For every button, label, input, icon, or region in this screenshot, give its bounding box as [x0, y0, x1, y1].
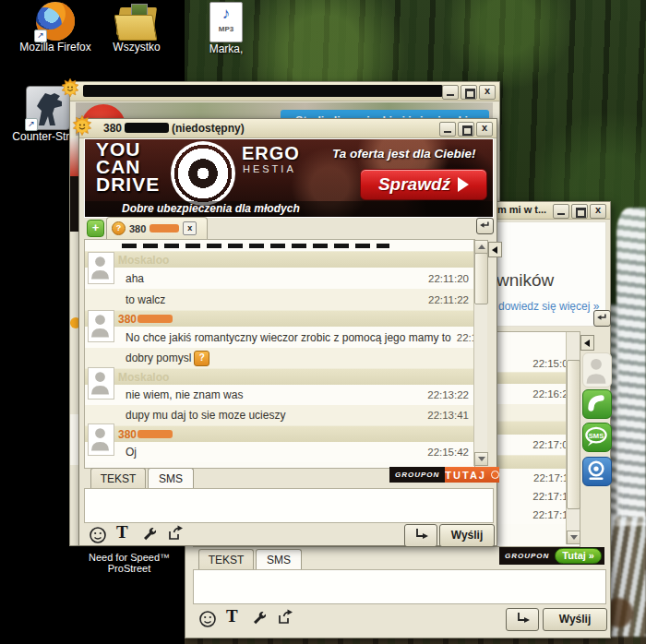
- minimize-button[interactable]: [442, 85, 459, 100]
- tools-wrench-button[interactable]: [140, 525, 159, 543]
- groupon-banner[interactable]: GROUPON TUTAJ: [389, 467, 491, 483]
- send-button[interactable]: Wyślij: [543, 608, 607, 631]
- maximize-button[interactable]: [458, 122, 474, 137]
- sender-name: Moskaloo: [118, 371, 169, 384]
- close-button[interactable]: x: [476, 122, 493, 137]
- window-front: 380(niedostępny) x YOU CAN DRIVE ERGO HE…: [78, 118, 497, 546]
- close-button[interactable]: x: [479, 85, 496, 100]
- tab-tekst[interactable]: TEKST: [198, 549, 254, 570]
- redacted-number: [125, 123, 169, 133]
- redacted-message: [122, 244, 389, 248]
- message-text: aha: [126, 272, 144, 285]
- shortcut-arrow-icon: ↗: [25, 118, 38, 131]
- desktop-icon-wszystko[interactable]: Wszystko: [100, 4, 173, 54]
- tab-sms[interactable]: SMS: [256, 549, 302, 570]
- share-export-button[interactable]: [276, 608, 294, 626]
- ad-link[interactable]: dowiedz się więcej »: [498, 300, 599, 313]
- insurer-name-2: HESTIA: [243, 163, 296, 174]
- chat-row-redacted: [85, 240, 474, 251]
- avatar: [88, 252, 114, 284]
- tab-tekst[interactable]: TEKST: [90, 468, 146, 489]
- icon-label: Need for Speed™: [74, 552, 185, 563]
- question-emoticon: ?: [194, 351, 209, 366]
- chat-row: dobry pomysl?: [85, 348, 474, 368]
- send-on-enter-button[interactable]: [404, 524, 437, 547]
- desktop-icon-nfs[interactable]: Need for Speed™ ProStreet: [74, 552, 185, 574]
- avatar: [88, 367, 114, 400]
- title-number: 380: [103, 122, 122, 135]
- emoticon-button[interactable]: [89, 526, 107, 544]
- conversation-tab[interactable]: ? 380 x: [106, 217, 208, 239]
- scrollbar-thumb[interactable]: [474, 253, 488, 304]
- webcam-icon[interactable]: [582, 457, 612, 486]
- minimize-button[interactable]: [439, 122, 456, 137]
- send-button[interactable]: Wyślij: [439, 524, 495, 547]
- chat-scrollbar[interactable]: [473, 240, 487, 466]
- timestamp: 22:13:22: [422, 389, 469, 400]
- message-text: dupy mu daj to sie moze ucieszy: [126, 409, 285, 422]
- maximize-button[interactable]: [461, 85, 477, 100]
- desktop: ↗ Mozilla Firefox Wszystko ♪ MP3 Marka, …: [0, 0, 646, 644]
- desktop-icon-marka[interactable]: ♪ MP3 Marka,: [196, 2, 257, 55]
- folder-icon: [116, 4, 157, 41]
- chat-row: No chce jakiś romantyczny wieczor zrobic…: [85, 327, 474, 348]
- message-text: No chce jakiś romantyczny wieczor zrobic…: [126, 331, 451, 344]
- scroll-up-button[interactable]: [474, 240, 488, 254]
- collapse-sidebar-button[interactable]: [580, 335, 594, 351]
- title-status: (niedostępny): [172, 122, 245, 135]
- scroll-down-button[interactable]: [474, 452, 488, 466]
- window-front-titlebar[interactable]: 380(niedostępny) x: [79, 119, 496, 138]
- tutaj-button[interactable]: Tutaj »: [555, 548, 602, 564]
- message-text: dobry pomysl: [126, 352, 191, 364]
- message-text: Oj: [126, 446, 137, 459]
- sprawdz-button[interactable]: Sprawdź: [360, 169, 487, 200]
- maximize-button[interactable]: [571, 204, 588, 219]
- chat-scrollbar[interactable]: [566, 332, 580, 544]
- format-text-button[interactable]: T: [226, 606, 245, 625]
- chat-row: aha22:11:20: [85, 268, 474, 289]
- tools-wrench-button[interactable]: [250, 609, 269, 627]
- minimize-button[interactable]: [553, 204, 569, 219]
- sms-icon[interactable]: SMS: [582, 423, 612, 452]
- arrow-right-icon: [458, 177, 469, 192]
- message-input[interactable]: [84, 488, 494, 523]
- redacted-number: [138, 315, 173, 323]
- return-icon[interactable]: [476, 218, 494, 234]
- add-conversation-button[interactable]: +: [87, 220, 104, 237]
- icon-label: Wszystko: [100, 41, 173, 54]
- emoticon-button[interactable]: [198, 610, 217, 628]
- phone-call-icon[interactable]: [582, 389, 612, 419]
- window-back-titlebar[interactable]: x: [70, 82, 499, 101]
- icon-label: Marka,: [196, 42, 257, 55]
- window-title: m mi w t...: [497, 204, 546, 215]
- chat-history[interactable]: Moskaloo aha22:11:20 to walcz22:11:22 38…: [84, 239, 475, 469]
- ad-banner-youcandrive[interactable]: YOU CAN DRIVE ERGO HESTIA Ta oferta jest…: [84, 138, 494, 218]
- timestamp: 22:11:22: [423, 294, 469, 305]
- return-icon[interactable]: [593, 310, 611, 327]
- waterfall-image: [616, 208, 646, 526]
- format-text-button[interactable]: T: [116, 522, 135, 541]
- share-export-button[interactable]: [166, 524, 185, 543]
- close-tab-icon[interactable]: x: [183, 221, 197, 235]
- timestamp: 22:15:42: [422, 447, 469, 458]
- desktop-icon-firefox[interactable]: ↗ Mozilla Firefox: [11, 2, 100, 54]
- tab-sms[interactable]: SMS: [148, 468, 194, 489]
- scroll-down-button[interactable]: [567, 531, 580, 544]
- message-group-header: 380: [85, 310, 474, 327]
- groupon-banner[interactable]: GROUPON Tutaj »: [499, 547, 604, 565]
- collapse-sidebar-button[interactable]: [488, 242, 502, 257]
- target-logo: [171, 141, 235, 206]
- contact-avatar: [582, 352, 612, 388]
- icon-label: ProStreet: [74, 563, 185, 574]
- tutaj-button[interactable]: TUTAJ: [445, 467, 499, 483]
- icon-label: Mozilla Firefox: [11, 41, 100, 54]
- scrollbar-thumb[interactable]: [567, 360, 580, 509]
- message-input[interactable]: [193, 569, 606, 604]
- send-on-enter-button[interactable]: [506, 608, 539, 631]
- dot-icon: [491, 471, 499, 479]
- close-button[interactable]: x: [590, 204, 606, 219]
- redacted-number: [138, 430, 173, 438]
- gg-sun-status-icon: [59, 78, 81, 100]
- timestamp: 22:11:20: [423, 273, 469, 284]
- timestamp: 22:13:41: [422, 410, 469, 421]
